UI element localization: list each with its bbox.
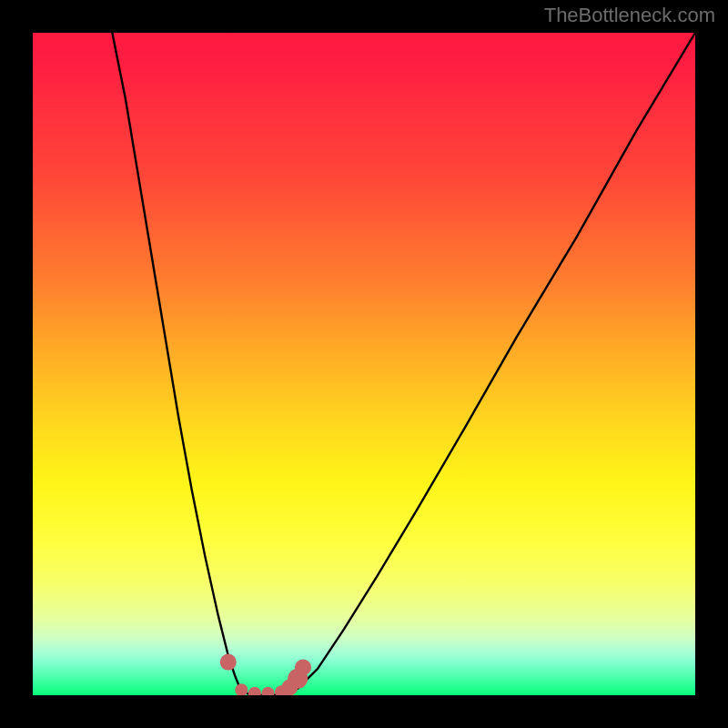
chart-svg	[33, 33, 695, 695]
valley-marker	[261, 687, 274, 695]
valley-marker	[235, 683, 248, 695]
valley-marker	[248, 687, 261, 695]
bottleneck-curve	[112, 33, 695, 695]
valley-marker	[295, 659, 311, 675]
outer-frame: TheBottleneck.com	[0, 0, 728, 728]
watermark-text: TheBottleneck.com	[544, 4, 715, 27]
curve-path	[112, 33, 695, 695]
valley-marker	[220, 654, 237, 671]
plot-area	[33, 33, 695, 695]
